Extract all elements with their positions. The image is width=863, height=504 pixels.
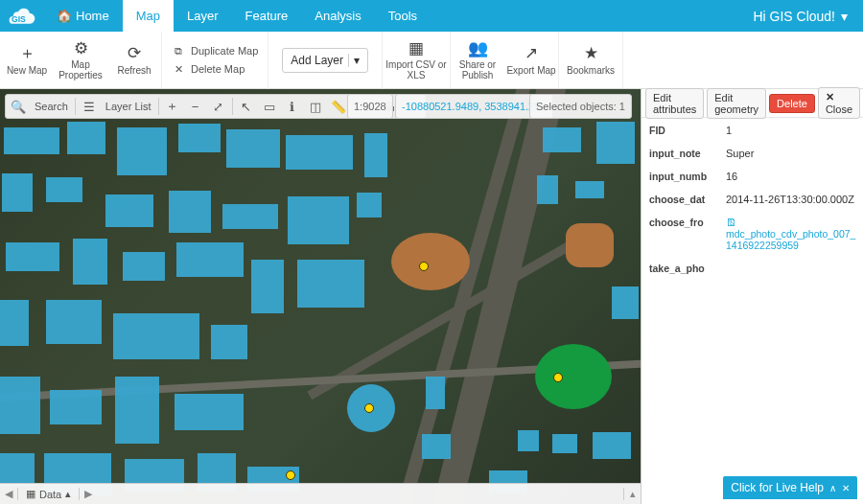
zoom-in-button[interactable]: ＋ <box>162 96 183 117</box>
area-select-tool[interactable]: ◫ <box>305 96 326 117</box>
bookmarks-label: Bookmarks <box>567 65 615 76</box>
share-publish-label: Share or Publish <box>451 59 504 80</box>
attribute-row: choose_fro🖻mdc_photo_cdv_photo_007_14169… <box>643 212 862 256</box>
attribute-row: FID1 <box>643 120 862 141</box>
next-tab-button[interactable]: ▶ <box>79 488 96 500</box>
copy-icon: ⧉ <box>172 45 185 57</box>
data-tab-label: Data <box>39 489 61 500</box>
attribute-key: FID <box>643 120 718 141</box>
import-csv-label: Import CSV or XLS <box>383 59 450 80</box>
delete-feature-button[interactable]: Delete <box>769 94 815 113</box>
share-publish-button[interactable]: 👥Share or Publish <box>451 32 504 89</box>
export-map-label: Export Map <box>506 65 555 76</box>
attachment-icon: 🖻 <box>726 217 856 228</box>
chevron-up-icon: ▴ <box>65 488 71 500</box>
search-label: Search <box>31 101 72 112</box>
delete-map-button[interactable]: ✕Delete Map <box>172 63 258 76</box>
layerlist-label: Layer List <box>102 101 155 112</box>
refresh-icon: ⟳ <box>128 45 141 63</box>
gear-icon: ⚙ <box>74 40 88 58</box>
delete-map-label: Delete Map <box>191 63 245 75</box>
duplicate-map-label: Duplicate Map <box>191 45 258 57</box>
nav-map[interactable]: Map <box>123 0 174 32</box>
user-greeting: Hi GIS Cloud! <box>753 9 835 24</box>
attribute-value: 1 <box>720 120 862 141</box>
close-panel-button[interactable]: ✕ Close <box>818 87 860 119</box>
duplicate-map-button[interactable]: ⧉Duplicate Map <box>172 45 258 57</box>
app-topbar: GIS 🏠Home Map Layer Feature Analysis Too… <box>0 0 863 32</box>
pan-tool[interactable]: ↖ <box>236 96 257 117</box>
close-icon: ✕ <box>842 483 850 493</box>
data-tab[interactable]: ▦Data▴ <box>17 488 79 500</box>
nav-layer[interactable]: Layer <box>174 0 232 32</box>
selected-objects-counter[interactable]: Selected objects: 1 <box>529 94 632 119</box>
attachment-link[interactable]: mdc_photo_cdv_photo_007_1416922259959 <box>726 228 855 251</box>
attribute-row: choose_dat2014-11-26T13:30:00.000Z <box>643 189 862 210</box>
attribute-value: Super <box>720 143 862 164</box>
attribute-key: input_note <box>643 143 718 164</box>
attribute-key: choose_dat <box>643 189 718 210</box>
identify-tool[interactable]: ℹ <box>282 96 303 117</box>
attribute-key: input_numb <box>643 166 718 187</box>
refresh-button[interactable]: ⟳Refresh <box>107 32 161 89</box>
attribute-value <box>720 258 862 279</box>
attribute-value: 2014-11-26T13:30:00.000Z <box>720 189 862 210</box>
coordinate-value: -10880521.9489, 3538941.252 <box>402 101 546 112</box>
search-button[interactable]: 🔍 <box>8 96 29 117</box>
live-help-widget[interactable]: Click for Live Help ∧ ✕ <box>723 476 857 499</box>
export-icon: ↗ <box>525 45 538 63</box>
x-icon: ✕ <box>826 91 834 103</box>
attribute-panel: Edit attributes Edit geometry Delete ✕ C… <box>641 89 863 504</box>
edit-geometry-button[interactable]: Edit geometry <box>707 88 766 119</box>
table-icon: ▦ <box>26 488 35 500</box>
user-menu[interactable]: Hi GIS Cloud! ▾ <box>753 9 848 24</box>
chevron-down-icon: ▾ <box>348 54 360 67</box>
add-layer-dropdown[interactable]: Add Layer ▾ <box>282 48 368 73</box>
layerlist-icon[interactable]: ☰ <box>79 96 100 117</box>
import-csv-button[interactable]: ▦Import CSV or XLS <box>383 32 450 89</box>
edit-attributes-button[interactable]: Edit attributes <box>645 88 704 119</box>
satellite-imagery <box>0 89 641 504</box>
bookmarks-button[interactable]: ★Bookmarks <box>559 32 622 89</box>
add-layer-label: Add Layer <box>291 54 343 67</box>
attribute-row: input_noteSuper <box>643 143 862 164</box>
map-operations: ⧉Duplicate Map ✕Delete Map <box>162 32 268 89</box>
svg-text:GIS: GIS <box>12 14 26 24</box>
attribute-value: 🖻mdc_photo_cdv_photo_007_1416922259959 <box>720 212 862 256</box>
app-logo[interactable]: GIS <box>0 0 43 32</box>
attribute-panel-actions: Edit attributes Edit geometry Delete ✕ C… <box>641 89 863 118</box>
map-canvas[interactable]: 🔍 Search ☰ Layer List ＋ − ⤢ ↖ ▭ ℹ ◫ 📏 ⊘ … <box>0 89 641 504</box>
star-icon: ★ <box>584 45 598 63</box>
attribute-row: input_numb16 <box>643 166 862 187</box>
live-help-label: Click for Live Help <box>731 481 824 494</box>
attribute-value: 16 <box>720 166 862 187</box>
plus-icon: ＋ <box>19 45 35 63</box>
measure-tool[interactable]: 📏 <box>328 96 349 117</box>
new-map-button[interactable]: ＋New Map <box>0 32 54 89</box>
export-map-button[interactable]: ↗Export Map <box>504 32 558 89</box>
scale-indicator[interactable]: 1:9028 <box>347 94 393 119</box>
attribute-table: FID1input_noteSuperinput_numb16choose_da… <box>641 118 863 281</box>
main-area: 🔍 Search ☰ Layer List ＋ − ⤢ ↖ ▭ ℹ ◫ 📏 ⊘ … <box>0 89 863 504</box>
table-icon: ▦ <box>408 40 424 58</box>
attribute-row: take_a_pho <box>643 258 862 279</box>
chevron-down-icon: ▾ <box>841 9 848 24</box>
users-icon: 👥 <box>468 40 488 58</box>
attribute-key: choose_fro <box>643 212 718 256</box>
ribbon-toolbar: ＋New Map ⚙Map Properties ⟳Refresh ⧉Dupli… <box>0 32 863 89</box>
nav-home-label: Home <box>76 9 109 23</box>
expand-bottom-button[interactable]: ▴ <box>623 488 641 500</box>
map-properties-label: Map Properties <box>54 59 107 80</box>
zoom-extent-button[interactable]: ⤢ <box>208 96 229 117</box>
nav-tools[interactable]: Tools <box>375 0 431 32</box>
select-tool[interactable]: ▭ <box>259 96 280 117</box>
refresh-label: Refresh <box>117 65 151 76</box>
nav-home[interactable]: 🏠Home <box>43 0 123 32</box>
main-nav: 🏠Home Map Layer Feature Analysis Tools <box>43 0 431 32</box>
attribute-key: take_a_pho <box>643 258 718 279</box>
nav-analysis[interactable]: Analysis <box>301 0 374 32</box>
prev-tab-button[interactable]: ◀ <box>0 488 17 500</box>
zoom-out-button[interactable]: − <box>185 96 206 117</box>
nav-feature[interactable]: Feature <box>232 0 302 32</box>
map-properties-button[interactable]: ⚙Map Properties <box>54 32 107 89</box>
